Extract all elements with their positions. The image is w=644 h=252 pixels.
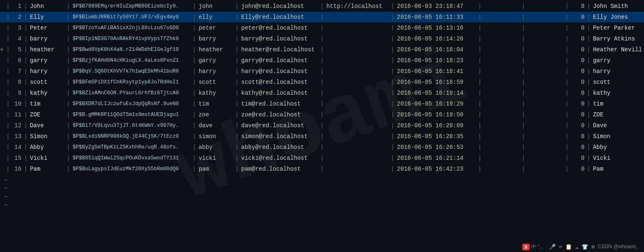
side-char [0,142,5,153]
table-cell [483,109,520,120]
table-cell: abby [197,142,234,153]
table-cell [325,98,389,109]
table-cell: 2016-06-05 16:18:23 [396,55,477,66]
pipe-separator: | [22,55,28,66]
table-cell [527,77,564,88]
pipe-separator: | [5,77,11,88]
pipe-separator: | [389,98,395,109]
pipe-separator: | [564,88,570,98]
table-cell: scott [197,77,234,88]
pipe-separator: | [477,109,483,120]
table-cell: tim [197,98,234,109]
pipe-separator: | [520,98,526,109]
table-cell: Dave [592,120,644,131]
pipe-separator: | [477,88,483,98]
table-cell: elly [197,12,234,23]
table-cell: Pam [29,164,65,174]
table-cell: tim [29,98,65,109]
pipe-separator: | [520,109,526,120]
pipe-separator: | [586,55,592,66]
pipe-separator: | [389,44,395,55]
table-cell: garry [197,55,234,66]
table-cell: 2 [11,12,22,23]
side-char [0,23,5,33]
pipe-separator: | [191,1,197,12]
pipe-separator: | [22,153,28,164]
pipe-separator: | [477,33,483,44]
pipe-separator: | [65,153,71,164]
table-cell: 5 [11,44,22,55]
pipe-separator: | [191,98,197,109]
table-row: |11|ZOE|$P$B.gMMKRP11QOdT5m1s9mstAUEDjag… [0,109,644,120]
pipe-separator: | [564,1,570,12]
table-cell: 2016-06-05 16:20:35 [396,131,477,142]
pipe-separator: | [477,12,483,23]
pipe-separator: | [22,88,28,98]
pipe-separator: | [586,164,592,174]
table-cell [527,131,564,142]
pipe-separator: | [191,44,197,55]
pipe-separator: | [65,142,71,153]
pipe-separator: | [319,1,325,12]
pipe-separator: | [564,12,570,23]
pipe-separator: | [234,164,240,174]
pipe-separator: | [22,44,28,55]
pipe-separator: | [319,153,325,164]
pipe-separator: | [477,164,483,174]
table-cell: 2016-06-05 16:18:04 [396,44,477,55]
table-row: |7|harry|$P$BqV.SQ6OtKhVV7k7h1wqESkMh41b… [0,66,644,77]
table-cell: kathy [197,88,234,98]
table-cell [483,44,520,55]
table-cell [325,12,389,23]
table-cell: Heather Nevill [592,44,644,55]
table-cell [325,153,389,164]
tilde-line: ~ [3,201,641,209]
table-cell: harry [29,66,65,77]
table-cell [325,142,389,153]
pipe-separator: | [564,23,570,33]
pipe-separator: | [389,153,395,164]
table-cell: barry [29,33,65,44]
table-cell: $P$BlumbJRRBit7y50Y17.UPJ/xEgv4my0 [71,12,191,23]
pipe-separator: | [5,23,11,33]
side-char [0,12,5,23]
pipe-separator: | [586,88,592,98]
table-cell [483,98,520,109]
pipe-separator: | [5,98,11,109]
table-cell: 0 [570,164,586,174]
table-cell: $P$BZlxAMnC6ON.PYaurLGrhfBi6TjtcA0 [71,88,191,98]
pipe-separator: | [5,164,11,174]
pipe-separator: | [65,33,71,44]
tilde-area: ~~~~ [0,174,644,211]
pipe-separator: | [389,66,395,77]
pipe-separator: | [564,120,570,131]
table-cell: kathy [29,88,65,98]
table-cell [325,23,389,33]
table-cell [325,33,389,44]
pipe-separator: | [65,98,71,109]
table-cell [325,131,389,142]
pipe-separator: | [564,66,570,77]
table-cell: kathy@red.localhost [240,88,319,98]
table-cell: 2016-06-05 16:20:09 [396,120,477,131]
table-cell: zoe [197,109,234,120]
table-cell [483,23,520,33]
table-cell [483,120,520,131]
table-cell: 2016-06-05 16:18:59 [396,77,477,88]
pipe-separator: | [477,77,483,88]
pipe-separator: | [234,66,240,77]
table-row: |13|Simon|$P$BLxdiNNRP008kOQ.jE44CjSK/7t… [0,131,644,142]
pipe-separator: | [389,142,395,153]
table-cell: 14 [11,142,22,153]
pipe-separator: | [234,1,240,12]
pipe-separator: | [22,164,28,174]
table-cell [325,88,389,98]
table-row: |2|Elly|$P$BlumbJRRBit7y50Y17.UPJ/xEgv4m… [0,12,644,23]
table-cell [483,12,520,23]
table-cell: $P$BqV.SQ6OtKhVV7k7h1wqESkMh41buR0 [71,66,191,77]
table-cell: garry [592,55,644,66]
table-cell: $P$BIp1ND3G70AnRAkRY41vpVypsTfZhk0 [71,33,191,44]
table-cell: 0 [570,44,586,55]
table-cell: 10 [11,98,22,109]
pipe-separator: | [477,142,483,153]
